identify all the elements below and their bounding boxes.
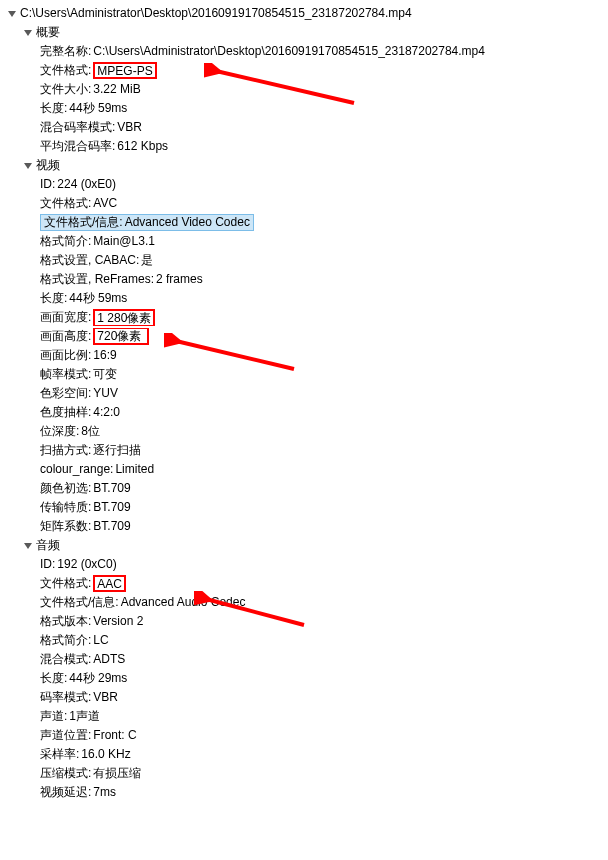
property-value: Front: C (93, 726, 136, 745)
property-label: 扫描方式 (40, 441, 88, 460)
property-value: Advanced Video Codec (125, 214, 250, 231)
section-title: 视频 (36, 156, 60, 175)
property-value: 有损压缩 (93, 764, 141, 783)
property-label: 声道位置 (40, 726, 88, 745)
property-row[interactable]: 文件格式: AAC (4, 574, 608, 593)
property-value: LC (93, 631, 108, 650)
property-value: AAC (97, 577, 122, 591)
property-value: BT.709 (93, 517, 130, 536)
property-row[interactable]: ID:224 (0xE0) (4, 175, 608, 194)
property-value: BT.709 (93, 479, 130, 498)
property-row[interactable]: 完整名称:C:\Users\Administrator\Desktop\2016… (4, 42, 608, 61)
property-row[interactable]: 格式版本:Version 2 (4, 612, 608, 631)
property-value: 44秒 59ms (69, 289, 127, 308)
property-value: 3.22 MiB (93, 80, 140, 99)
property-row[interactable]: 扫描方式:逐行扫描 (4, 441, 608, 460)
property-label: ID (40, 555, 52, 574)
property-label: 格式设置, CABAC (40, 251, 136, 270)
property-value: VBR (93, 688, 118, 707)
collapse-icon[interactable] (22, 160, 34, 172)
property-label: 完整名称 (40, 42, 88, 61)
property-row[interactable]: 长度:44秒 59ms (4, 289, 608, 308)
property-row[interactable]: 色度抽样:4:2:0 (4, 403, 608, 422)
section-summary[interactable]: 概要 (4, 23, 608, 42)
property-row[interactable]: 颜色初选:BT.709 (4, 479, 608, 498)
property-value: Advanced Audio Codec (121, 593, 246, 612)
property-row[interactable]: 文件大小:3.22 MiB (4, 80, 608, 99)
collapse-icon[interactable] (22, 540, 34, 552)
property-label: 码率模式 (40, 688, 88, 707)
property-row[interactable]: 混合码率模式:VBR (4, 118, 608, 137)
property-label: 色彩空间 (40, 384, 88, 403)
property-label: 格式简介 (40, 232, 88, 251)
property-value: Version 2 (93, 612, 143, 631)
property-label: 文件格式/信息 (40, 593, 115, 612)
property-row[interactable]: 文件格式: MPEG-PS (4, 61, 608, 80)
property-row[interactable]: colour_range:Limited (4, 460, 608, 479)
property-label: colour_range (40, 460, 110, 479)
property-row[interactable]: 帧率模式:可变 (4, 365, 608, 384)
property-value: 逐行扫描 (93, 441, 141, 460)
property-row[interactable]: 混合模式:ADTS (4, 650, 608, 669)
property-value: 44秒 29ms (69, 669, 127, 688)
property-label: 采样率 (40, 745, 76, 764)
collapse-icon[interactable] (6, 8, 18, 20)
property-label: 传输特质 (40, 498, 88, 517)
property-row[interactable]: 矩阵系数:BT.709 (4, 517, 608, 536)
property-label: 格式版本 (40, 612, 88, 631)
property-value: 192 (0xC0) (57, 555, 116, 574)
property-row[interactable]: 采样率:16.0 KHz (4, 745, 608, 764)
root-path: C:\Users\Administrator\Desktop\201609191… (20, 4, 412, 23)
property-row[interactable]: ID:192 (0xC0) (4, 555, 608, 574)
property-row[interactable]: 视频延迟:7ms (4, 783, 608, 802)
section-audio[interactable]: 音频 (4, 536, 608, 555)
property-row[interactable]: 画面宽度: 1 280像素 (4, 308, 608, 327)
property-row[interactable]: 画面高度: 720像素 (4, 327, 608, 346)
property-value: 1声道 (69, 707, 100, 726)
property-row[interactable]: 压缩模式:有损压缩 (4, 764, 608, 783)
property-value: 44秒 59ms (69, 99, 127, 118)
property-row[interactable]: 格式设置, CABAC:是 (4, 251, 608, 270)
property-value: 4:2:0 (93, 403, 120, 422)
property-row[interactable]: 文件格式/信息:Advanced Audio Codec (4, 593, 608, 612)
property-label: 画面高度 (40, 327, 88, 346)
highlight-box: AAC (93, 575, 126, 592)
property-label: 平均混合码率 (40, 137, 112, 156)
section-video[interactable]: 视频 (4, 156, 608, 175)
property-label: 声道 (40, 707, 64, 726)
property-row[interactable]: 长度:44秒 59ms (4, 99, 608, 118)
property-row[interactable]: 色彩空间:YUV (4, 384, 608, 403)
property-row[interactable]: 格式简介:LC (4, 631, 608, 650)
property-row[interactable]: 格式简介:Main@L3.1 (4, 232, 608, 251)
property-value: YUV (93, 384, 118, 403)
property-row[interactable]: 格式设置, ReFrames:2 frames (4, 270, 608, 289)
property-label: 压缩模式 (40, 764, 88, 783)
property-label: 颜色初选 (40, 479, 88, 498)
property-value: 是 (141, 251, 153, 270)
property-value: Main@L3.1 (93, 232, 155, 251)
property-row-selected[interactable]: 文件格式/信息:Advanced Video Codec (4, 213, 608, 232)
property-row[interactable]: 位深度:8位 (4, 422, 608, 441)
property-label: 矩阵系数 (40, 517, 88, 536)
property-value: 16:9 (93, 346, 116, 365)
property-label: 画面宽度 (40, 308, 88, 327)
property-row[interactable]: 长度:44秒 29ms (4, 669, 608, 688)
property-row[interactable]: 传输特质:BT.709 (4, 498, 608, 517)
property-row[interactable]: 码率模式:VBR (4, 688, 608, 707)
property-row[interactable]: 平均混合码率:612 Kbps (4, 137, 608, 156)
property-value: 16.0 KHz (81, 745, 130, 764)
property-row[interactable]: 画面比例:16:9 (4, 346, 608, 365)
section-title: 概要 (36, 23, 60, 42)
tree-root[interactable]: C:\Users\Administrator\Desktop\201609191… (4, 4, 608, 23)
highlight-box: 720像素 (93, 328, 149, 345)
selected-item: 文件格式/信息:Advanced Video Codec (40, 214, 254, 231)
collapse-icon[interactable] (22, 27, 34, 39)
property-row[interactable]: 声道:1声道 (4, 707, 608, 726)
highlight-box: MPEG-PS (93, 62, 156, 79)
property-row[interactable]: 声道位置:Front: C (4, 726, 608, 745)
property-value: Limited (115, 460, 154, 479)
property-label: 格式简介 (40, 631, 88, 650)
property-label: 色度抽样 (40, 403, 88, 422)
property-value: 1 280像素 (97, 311, 151, 325)
property-row[interactable]: 文件格式:AVC (4, 194, 608, 213)
